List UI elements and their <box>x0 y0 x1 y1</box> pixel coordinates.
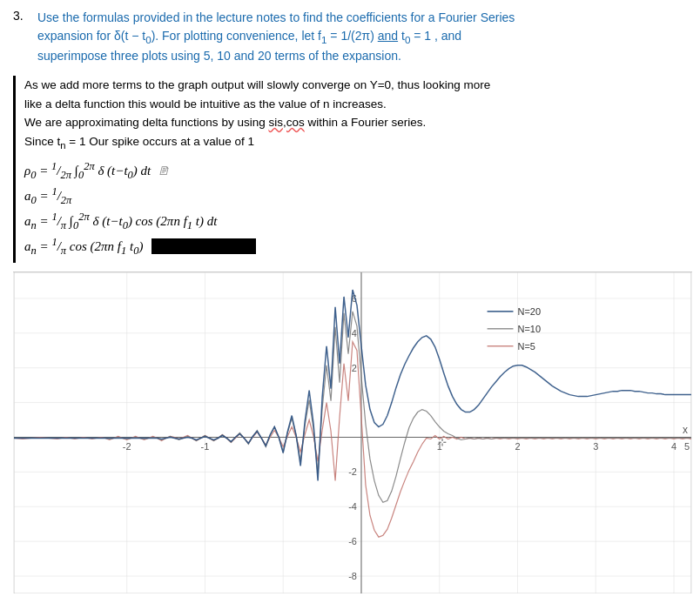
question-header: 3. Use the formulas provided in the lect… <box>13 9 687 65</box>
cursor-icon: ⊹ <box>438 436 447 448</box>
formula-block: ρ0 = 1/2π ∫02π δ (t−t0) dt 🖹 a0 = 1/2π a… <box>24 160 687 258</box>
legend-n10-label: N=10 <box>517 324 541 334</box>
left-border-bar <box>13 76 16 262</box>
and-text: and <box>378 29 398 43</box>
legend-n20-label: N=20 <box>517 306 541 317</box>
graph-svg: -2 -1 1 2 3 4 5 6 4 2 -2 -4 -6 -8 x <box>13 272 692 593</box>
x-label-3: 3 <box>593 441 598 452</box>
answer-line2: like a delta function this would be intu… <box>24 97 387 111</box>
question-number: 3. <box>13 9 30 65</box>
answer-section: As we add more terms to the graph output… <box>24 76 687 262</box>
answer-container: As we add more terms to the graph output… <box>13 76 687 262</box>
legend-n5-label: N=5 <box>517 341 535 352</box>
formula-an2: an = 1/π cos (2πn f1 t0) <box>24 236 687 258</box>
question-line3: superimpose three plots using 5, 10 and … <box>37 49 401 63</box>
formula-a0: a0 = 1/2π <box>24 185 687 207</box>
answer-line3: We are approximating delta functions by … <box>24 116 426 129</box>
graph-container: -2 -1 1 2 3 4 5 6 4 2 -2 -4 -6 -8 x <box>13 271 692 593</box>
x-axis-label: x <box>683 424 688 436</box>
formula-an1: an = 1/π ∫02π δ (t−t0) cos (2πn f1 t) dt <box>24 211 687 232</box>
y-label-neg4: -4 <box>348 501 357 512</box>
y-label-neg8: -8 <box>348 571 357 581</box>
x-label-2: 2 <box>515 441 520 452</box>
y-label-4: 4 <box>352 328 357 339</box>
x-label-4: 4 <box>671 441 676 452</box>
highlight-bar <box>151 238 256 254</box>
formula-icon: 🖹 <box>158 164 169 178</box>
x-label-5-text: 5 <box>684 441 690 452</box>
x-label-neg2: -2 <box>123 441 131 452</box>
y-label-2: 2 <box>352 362 357 372</box>
formula-rho0: ρ0 = 1/2π ∫02π δ (t−t0) dt 🖹 <box>24 160 687 182</box>
y-label-neg2: -2 <box>348 466 357 477</box>
answer-line4: Since tn = 1 Our spike occurs at a value… <box>24 135 254 148</box>
y-label-neg6: -6 <box>348 536 357 546</box>
answer-text-block: As we add more terms to the graph output… <box>24 76 687 152</box>
answer-line1: As we add more terms to the graph output… <box>24 78 490 91</box>
question-text: Use the formulas provided in the lecture… <box>37 9 515 65</box>
x-label-neg1: -1 <box>201 441 210 452</box>
question-line2: expansion for δ(t − t0). For plotting co… <box>37 29 461 43</box>
